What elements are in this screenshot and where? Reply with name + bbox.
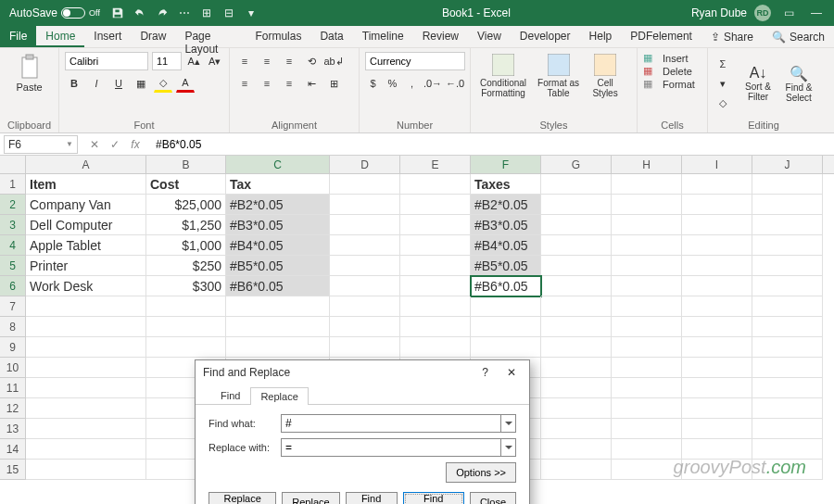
tab-home[interactable]: Home bbox=[36, 26, 84, 47]
cell[interactable] bbox=[330, 317, 400, 337]
cell[interactable] bbox=[471, 317, 541, 337]
cell[interactable] bbox=[612, 174, 682, 195]
cell[interactable] bbox=[752, 378, 823, 398]
cell[interactable] bbox=[541, 256, 612, 276]
search-button[interactable]: 🔍Search bbox=[763, 26, 834, 47]
cell[interactable] bbox=[471, 296, 541, 317]
cell[interactable] bbox=[330, 195, 400, 215]
column-header[interactable]: B bbox=[146, 156, 226, 173]
decrease-font-icon[interactable]: A▾ bbox=[207, 52, 224, 70]
align-center-icon[interactable]: ≡ bbox=[258, 74, 276, 93]
cell[interactable] bbox=[752, 358, 823, 378]
increase-font-icon[interactable]: A▴ bbox=[185, 52, 203, 70]
column-header[interactable]: D bbox=[330, 156, 400, 173]
percent-icon[interactable]: % bbox=[385, 74, 400, 93]
tab-file[interactable]: File bbox=[0, 26, 36, 47]
cell[interactable]: Company Van bbox=[26, 195, 146, 215]
user-name[interactable]: Ryan Dube bbox=[691, 6, 747, 19]
font-name-input[interactable] bbox=[65, 52, 148, 70]
row-header[interactable]: 13 bbox=[0, 419, 26, 439]
cell[interactable]: #B6*0.05 bbox=[471, 276, 541, 296]
cell[interactable] bbox=[541, 398, 612, 419]
cell[interactable] bbox=[541, 215, 612, 235]
qat-icon[interactable]: ⊞ bbox=[196, 3, 217, 23]
cell[interactable]: Taxes bbox=[471, 174, 541, 195]
column-header[interactable]: I bbox=[682, 156, 752, 173]
merge-icon[interactable]: ⊞ bbox=[324, 74, 343, 93]
fill-icon[interactable]: ▾ bbox=[714, 74, 732, 93]
cell[interactable] bbox=[752, 419, 823, 439]
cell[interactable] bbox=[612, 296, 682, 317]
cell[interactable] bbox=[146, 337, 226, 358]
format-cells-button[interactable]: ▦ Format bbox=[643, 78, 701, 90]
cell[interactable]: $250 bbox=[146, 256, 226, 276]
tab-formulas[interactable]: Formulas bbox=[246, 26, 310, 47]
cell[interactable] bbox=[226, 317, 330, 337]
cell[interactable]: #B4*0.05 bbox=[226, 235, 330, 256]
cell[interactable] bbox=[612, 358, 682, 378]
options-button[interactable]: Options >> bbox=[446, 462, 516, 483]
cell[interactable] bbox=[612, 317, 682, 337]
row-header[interactable]: 7 bbox=[0, 296, 26, 317]
row-header[interactable]: 9 bbox=[0, 337, 26, 358]
row-header[interactable]: 2 bbox=[0, 195, 26, 215]
cell[interactable] bbox=[541, 276, 612, 296]
cell[interactable]: $25,000 bbox=[146, 195, 226, 215]
inc-decimal-icon[interactable]: .0→ bbox=[423, 74, 442, 93]
ribbon-display-icon[interactable]: ▭ bbox=[778, 3, 799, 23]
wrap-text-icon[interactable]: ab↲ bbox=[324, 52, 343, 70]
cell[interactable]: #B5*0.05 bbox=[471, 256, 541, 276]
cell[interactable] bbox=[682, 195, 752, 215]
cell[interactable] bbox=[752, 337, 823, 358]
cell[interactable] bbox=[400, 174, 471, 195]
row-header[interactable]: 14 bbox=[0, 439, 26, 460]
cell[interactable]: Item bbox=[26, 174, 146, 195]
cell[interactable] bbox=[612, 378, 682, 398]
format-as-table-button[interactable]: Format as Table bbox=[534, 52, 583, 100]
row-header[interactable]: 11 bbox=[0, 378, 26, 398]
cell[interactable] bbox=[471, 337, 541, 358]
redo-icon[interactable] bbox=[152, 3, 172, 23]
insert-cells-button[interactable]: ▦ Insert bbox=[643, 52, 701, 64]
row-header[interactable]: 4 bbox=[0, 235, 26, 256]
dialog-tab-replace[interactable]: Replace bbox=[250, 387, 308, 405]
qat-icon[interactable]: ⊟ bbox=[219, 3, 239, 23]
cell[interactable] bbox=[682, 378, 752, 398]
tab-developer[interactable]: Developer bbox=[511, 26, 580, 47]
replace-button[interactable]: Replace bbox=[282, 492, 339, 504]
find-select-button[interactable]: 🔍Find & Select bbox=[780, 63, 817, 105]
cell[interactable]: $300 bbox=[146, 276, 226, 296]
cell[interactable]: #B6*0.05 bbox=[226, 276, 330, 296]
minimize-icon[interactable]: — bbox=[806, 3, 827, 23]
cell[interactable]: #B4*0.05 bbox=[471, 235, 541, 256]
currency-icon[interactable]: $ bbox=[365, 74, 381, 93]
cell[interactable] bbox=[146, 296, 226, 317]
tab-view[interactable]: View bbox=[468, 26, 511, 47]
autosave-toggle[interactable]: AutoSave Off bbox=[4, 6, 106, 19]
qat-icon[interactable]: ⋯ bbox=[174, 3, 195, 23]
row-header[interactable]: 15 bbox=[0, 460, 26, 480]
cell[interactable] bbox=[612, 398, 682, 419]
sort-filter-button[interactable]: A↓Sort & Filter bbox=[739, 63, 777, 104]
cell[interactable] bbox=[330, 256, 400, 276]
cell[interactable] bbox=[541, 195, 612, 215]
paste-button[interactable]: Paste bbox=[6, 52, 53, 94]
cell[interactable] bbox=[612, 337, 682, 358]
cell[interactable] bbox=[612, 439, 682, 460]
align-top-icon[interactable]: ≡ bbox=[235, 52, 254, 70]
cell[interactable] bbox=[541, 296, 612, 317]
cell[interactable]: #B3*0.05 bbox=[226, 215, 330, 235]
cell[interactable] bbox=[541, 460, 612, 480]
help-icon[interactable]: ? bbox=[476, 364, 494, 381]
cell[interactable] bbox=[541, 337, 612, 358]
cell[interactable]: Cost bbox=[146, 174, 226, 195]
row-header[interactable]: 10 bbox=[0, 358, 26, 378]
cell[interactable] bbox=[26, 317, 146, 337]
italic-button[interactable]: I bbox=[87, 74, 106, 93]
underline-button[interactable]: U bbox=[109, 74, 128, 93]
cell[interactable] bbox=[400, 195, 471, 215]
cell[interactable] bbox=[26, 337, 146, 358]
cell[interactable] bbox=[682, 358, 752, 378]
tab-page-layout[interactable]: Page Layout bbox=[175, 26, 246, 47]
row-header[interactable]: 6 bbox=[0, 276, 26, 296]
